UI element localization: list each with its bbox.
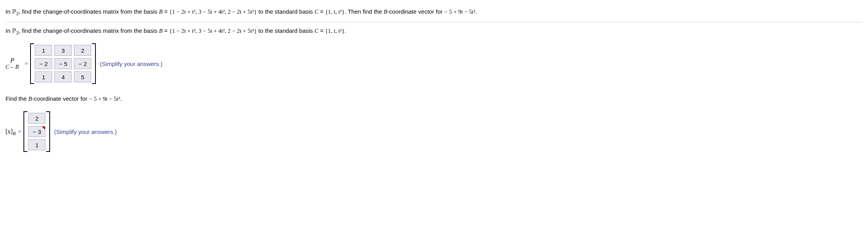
vector-xb: 2 − 3 1 [23,111,50,152]
bracket-right-icon [46,111,50,152]
xb-label: [x]B [5,128,16,135]
text: . [475,8,477,15]
matrix-cell[interactable]: 3 [54,45,72,56]
text: to the standard basis [257,27,314,34]
text: = [318,8,325,15]
bracket-left-icon [30,43,34,84]
matrix-p: 1 3 2 − 2 − 5 − 2 1 4 5 [30,43,96,84]
matrix-cell[interactable]: 1 [35,71,52,82]
simplify-hint: (Simplify your answers.) [54,128,117,135]
target-poly: − 5 + 9t − 5t² [444,9,475,15]
basis-b-set: {1 − 2t + t², 3 − 5t + 4t², 2 − 2t + 5t²… [169,9,257,15]
bracket-left-icon [23,111,27,152]
basis-b-set: {1 − 2t + t², 3 − 5t + 4t², 2 − 2t + 5t²… [169,28,257,34]
divider [5,22,863,22]
text: In [5,8,12,15]
vector-cell[interactable]: 1 [28,139,45,150]
vector-xb-row: [x]B = 2 − 3 1 (Simplify your answers.) [5,111,863,152]
simplify-hint: (Simplify your answers.) [100,61,162,67]
matrix-p-label: P C←B [5,57,19,70]
basis-c-set: {1, t, t²} [325,9,345,15]
b-letter: B [28,96,32,102]
equals-sign: = [18,128,21,135]
matrix-p-body: 1 3 2 − 2 − 5 − 2 1 4 5 [34,43,92,84]
matrix-cell[interactable]: 2 [74,45,91,56]
text: Find the [5,95,28,102]
vector-cell[interactable]: 2 [28,113,45,124]
basis-c-label: C [314,28,318,34]
text: -coordinate vector for [387,8,444,15]
matrix-cell[interactable]: 1 [35,45,52,56]
text: . Then find the [345,8,384,15]
text: = [318,27,325,34]
vector-cell[interactable]: − 3 [28,126,45,137]
basis-c-label: C [314,9,318,15]
matrix-cell[interactable]: − 2 [35,58,52,69]
b-letter: B [384,9,387,15]
basis-c-set: {1, t, t²} [325,28,345,34]
text: = [163,8,169,15]
matrix-cell[interactable]: − 5 [54,58,72,69]
matrix-cell[interactable]: − 2 [74,58,91,69]
p-symbol: P [11,57,14,64]
matrix-cell[interactable]: 5 [74,71,91,82]
vector-xb-body: 2 − 3 1 [27,111,46,152]
text: -coordinate vector for [32,95,89,102]
problem-summary: In ℙ2, find the change-of-coordinates ma… [5,7,863,16]
text: In [5,27,12,34]
space-symbol: ℙ [12,9,16,15]
matrix-p-row: P C←B = 1 3 2 − 2 − 5 − 2 1 4 5 (Simplif… [5,43,863,84]
equals-sign: = [25,61,28,67]
xb-sub: B [13,131,16,136]
basis-b-label: B [159,9,162,15]
text: . [120,95,122,102]
target-poly: − 5 + 9t − 5t² [89,96,120,102]
text: , find the change-of-coordinates matrix … [19,27,159,34]
part-a-prompt: In ℙ2, find the change-of-coordinates ma… [5,26,863,36]
matrix-cell[interactable]: 4 [54,71,72,82]
basis-b-label: B [159,28,162,34]
text: = [163,27,169,34]
text: to the standard basis [257,8,314,15]
text: , find the change-of-coordinates matrix … [19,8,159,15]
bracket-right-icon [92,43,96,84]
part-b-prompt: Find the B-coordinate vector for − 5 + 9… [5,94,863,103]
c-from-b: C←B [5,64,19,70]
space-symbol: ℙ [12,28,16,34]
xb-open: [x] [5,128,13,135]
text: . [345,27,346,34]
